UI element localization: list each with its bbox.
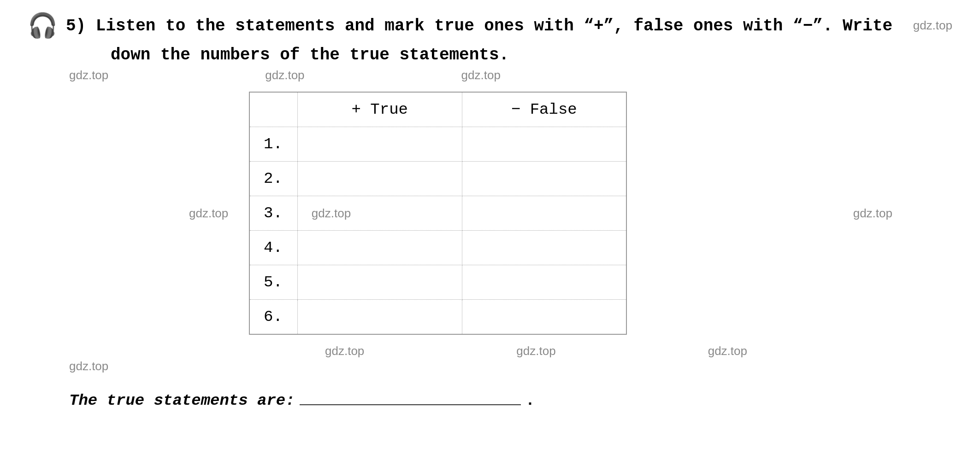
watermark-bot1: gdz.top <box>325 344 364 358</box>
col1-header <box>249 92 297 127</box>
row-number-4: 4. <box>249 231 297 265</box>
true-statements-label: The true statements are: <box>69 392 295 409</box>
bottom-watermarks-row: gdz.top gdz.top gdz.top <box>249 344 823 358</box>
row-false-3 <box>462 196 626 231</box>
page-content: 🎧 5) Listen to the statements and mark t… <box>28 14 952 409</box>
watermark-mid-left: gdz.top <box>189 206 228 221</box>
true-statements-row: The true statements are: . <box>69 392 952 409</box>
watermark-bot3: gdz.top <box>708 344 747 358</box>
row-false-5 <box>462 265 626 300</box>
last-watermark-row: gdz.top <box>69 359 952 373</box>
table-row: 6. <box>249 300 626 335</box>
watermark-tm2: gdz.top <box>461 68 501 82</box>
row-false-2 <box>462 162 626 196</box>
row-true-4 <box>297 231 462 265</box>
row-number-3: 3. <box>249 196 297 231</box>
watermark-bot2: gdz.top <box>516 344 555 358</box>
instruction-main-text: Listen to the statements and mark true o… <box>96 17 892 35</box>
table-header-row: + True − False <box>249 92 626 127</box>
table-row: 4. <box>249 231 626 265</box>
exercise-table: + True − False 1. 2. <box>249 92 627 335</box>
headphone-icon: 🎧 <box>28 12 58 41</box>
col2-header: + True <box>297 92 462 127</box>
row-false-4 <box>462 231 626 265</box>
table-row: 1. <box>249 127 626 162</box>
table-row: 3. gdz.top <box>249 196 626 231</box>
instruction-line2: down the numbers of the true statements. <box>111 46 509 64</box>
row-number-2: 2. <box>249 162 297 196</box>
watermark-row3-center: gdz.top <box>312 206 351 220</box>
watermark-tm1: gdz.top <box>265 68 304 82</box>
row-true-2 <box>297 162 462 196</box>
mid-section: gdz.top + True − False 1. <box>28 92 952 335</box>
period: . <box>525 392 535 409</box>
watermark-mid-right: gdz.top <box>853 206 892 221</box>
instruction-number: 5) <box>66 17 86 35</box>
table-container: + True − False 1. 2. <box>249 92 627 335</box>
instruction-row2: down the numbers of the true statements. <box>69 46 952 64</box>
col3-header: − False <box>462 92 626 127</box>
answer-line[interactable] <box>300 396 521 405</box>
row-true-6 <box>297 300 462 335</box>
row-number-5: 5. <box>249 265 297 300</box>
watermarks-top-row: gdz.top gdz.top gdz.top <box>69 68 952 82</box>
row-true-1 <box>297 127 462 162</box>
watermark-last: gdz.top <box>69 359 108 373</box>
table-row: 5. <box>249 265 626 300</box>
row-false-6 <box>462 300 626 335</box>
watermark-top-right: gdz.top <box>913 18 952 33</box>
row-number-1: 1. <box>249 127 297 162</box>
instruction-text: 5) Listen to the statements and mark tru… <box>66 14 952 39</box>
row-number-6: 6. <box>249 300 297 335</box>
row-false-1 <box>462 127 626 162</box>
watermark-tl: gdz.top <box>69 68 108 82</box>
row-true-3: gdz.top <box>297 196 462 231</box>
table-row: 2. <box>249 162 626 196</box>
row-true-5 <box>297 265 462 300</box>
instruction-row: 🎧 5) Listen to the statements and mark t… <box>28 14 952 41</box>
table-body: 1. 2. 3. gdz.top 4. <box>249 127 626 335</box>
